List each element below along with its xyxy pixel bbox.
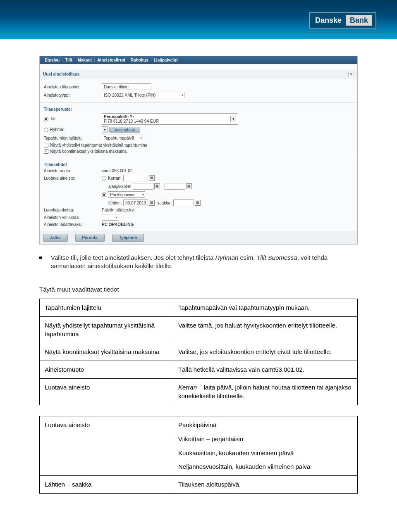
value-muoto: camt.053.001.02 <box>102 169 133 173</box>
table-row: AineistomuotoTällä hetkellä valittavissa… <box>40 361 358 378</box>
logo-bank: Bank <box>346 15 372 26</box>
button-tyhjenna[interactable]: Tyhjennä <box>112 234 144 242</box>
calendar-icon[interactable]: ▦ <box>195 200 201 206</box>
table-row: Näytä koontimaksut yksittäisinä maksuina… <box>40 343 358 361</box>
value-ladattavaksi: PC OPKOBLING <box>102 222 134 227</box>
radio-ryhma[interactable] <box>44 128 48 132</box>
menu-item[interactable]: Rahoitus <box>128 58 151 62</box>
input-lahtien[interactable]: 03.07.2013 <box>123 200 148 206</box>
button-peruuta[interactable]: Peruuta <box>75 234 105 242</box>
label-tilausehdot: Tilausehdot <box>44 162 353 167</box>
menu-item[interactable]: Etusivu <box>42 58 62 62</box>
cell-right: Tapahtumapäivän vai tapahtumatyypin muka… <box>173 299 357 316</box>
label-ladattavaksi: Aineisto ladattavaksi: <box>44 222 102 227</box>
checkbox-koontimaksut[interactable] <box>44 149 48 154</box>
select-pankkipaivina[interactable]: Pankkipäivinä <box>108 191 145 198</box>
input-ajanjakso-to[interactable] <box>165 183 185 190</box>
requirements-table-2: Luotava aineisto Pankkipäivinä Viikoitta… <box>39 416 358 494</box>
radio-kerran[interactable] <box>102 176 106 180</box>
cell-left: Näytä koontimaksut yksittäisinä maksuina <box>40 343 173 361</box>
tili-val-line2: FI78 8110 2710 1440 94 EUR <box>104 119 159 124</box>
button-uusi-ryhma[interactable]: Uusi ryhmä <box>109 127 140 133</box>
section-title: Täytä muut vaadittavat tiedot <box>39 285 358 294</box>
label-lahtien: lähtien: <box>108 201 122 205</box>
calendar-icon[interactable]: ▦ <box>154 183 160 189</box>
calendar-icon[interactable]: ▦ <box>186 183 192 189</box>
cell-left: Aineistomuoto <box>40 361 173 378</box>
table-row: Näytä yhdistellyt tapahtumat yksittäisin… <box>40 316 358 343</box>
label-luotava: Luotava aineisto: <box>44 176 102 180</box>
button-jatka[interactable]: Jatka <box>43 234 68 242</box>
label-tilausperuste: Tilausperuste: <box>44 107 353 112</box>
legacy-form-screenshot: Etusivu Tilit Maksut Aineistosiirrot Rah… <box>39 56 358 245</box>
section-title: Uusi aineistotilaus <box>43 72 79 77</box>
dash: - <box>162 184 163 189</box>
input-tilausnimi[interactable]: Danske tiliote <box>102 83 151 90</box>
menu-item[interactable]: Aineistosiirrot <box>95 58 128 62</box>
table-row: Tapahtumien lajitteluTapahtumapäivän vai… <box>40 299 358 316</box>
label-tili: Tili: <box>50 116 56 121</box>
cell-right: Tällä hetkellä valittavissa vain camt53.… <box>173 361 357 378</box>
menu-item[interactable]: Maksut <box>75 58 95 62</box>
select-tyyppi[interactable]: ISO 20022 XML Tiliote (FIN) <box>102 92 184 98</box>
input-ajanjakso-from[interactable] <box>133 183 153 190</box>
select-voi-luoda[interactable] <box>102 214 118 221</box>
logo: Danske Bank <box>309 12 376 28</box>
dropdown-ryhma[interactable]: ▾ <box>102 126 108 133</box>
label-tyyppi: Aineistotyyppi: <box>44 93 102 97</box>
section-header: Uusi aineistotilaus ? <box>40 70 357 79</box>
table-row: Luotava aineisto Kerran – laita päivä, j… <box>40 378 358 405</box>
cell-right: Pankkipäivinä Viikoittain – perjantaisin… <box>173 416 357 476</box>
label-chk2: Näytä koontimaksut yksittäisinä maksuina… <box>50 149 128 154</box>
cell-left: Lähtien – saakka <box>40 476 173 494</box>
cell-left: Näytä yhdistellyt tapahtumat yksittäisin… <box>40 316 173 343</box>
legacy-menubar: Etusivu Tilit Maksut Aineistosiirrot Rah… <box>40 56 357 64</box>
cell-right: Valitse tämä, jos haluat hyvityskoontien… <box>173 316 357 343</box>
radio-pankkipaivina[interactable] <box>102 192 106 197</box>
select-tili[interactable]: Peruspaketti Yr FI78 8110 2710 1440 94 E… <box>102 113 238 125</box>
calendar-icon[interactable]: ▦ <box>149 175 155 181</box>
label-luontiajankohta: Luontiajankohta: <box>44 208 102 212</box>
table-row: Lähtien – saakka Tilauksen aloituspäivä. <box>40 476 358 494</box>
cell-right: Kerran – laita päivä, jolloin haluat nou… <box>173 378 357 405</box>
label-ajanjaksolle: ajanjaksolle: <box>108 184 131 189</box>
label-muoto: Aineistomuoto: <box>44 169 102 173</box>
cell-left: Luotava aineisto <box>40 416 173 476</box>
dropdown-icon: ▾ <box>230 116 236 122</box>
input-kerran-date[interactable] <box>123 175 148 181</box>
bullet-item: Valitse tili, jolle teet aineistotilauks… <box>39 254 358 271</box>
label-chk1: Näytä yhdistellyt tapahtumat yksittäisin… <box>50 143 147 147</box>
table-row: Luotava aineisto Pankkipäivinä Viikoitta… <box>40 416 358 476</box>
bullet-dot <box>39 256 42 259</box>
label-voi-luoda: Aineiston voi luoda: <box>44 215 102 220</box>
cell-left: Tapahtumien lajittelu <box>40 299 173 316</box>
help-icon[interactable]: ? <box>348 72 354 77</box>
menu-item[interactable]: Lisäpalvelut <box>151 58 180 62</box>
tili-val-line1: Peruspaketti Yr <box>104 114 159 119</box>
cell-right: Tilauksen aloituspäivä. <box>173 476 357 494</box>
brand-banner: Danske Bank <box>0 0 397 39</box>
logo-danske: Danske <box>313 15 343 26</box>
label-lajittelu: Tapahtumien lajittelu: <box>44 136 102 140</box>
label-saakka: saakka: <box>157 201 171 205</box>
label-kerran: Kerran: <box>108 176 122 180</box>
radio-tili[interactable] <box>44 117 48 121</box>
label-ryhma: Ryhmä: <box>50 127 64 132</box>
label-tilausnimi: Aineiston tilausnimi: <box>44 85 102 89</box>
cell-right: Valitse, jos veloituskoontien erittelyt … <box>173 343 357 361</box>
value-luontiajankohta: Päivän päätteeksi <box>102 208 134 212</box>
checkbox-yhdistellyt[interactable] <box>44 143 48 147</box>
cell-left: Luotava aineisto <box>40 378 173 405</box>
calendar-icon[interactable]: ▦ <box>149 200 155 206</box>
menu-item[interactable]: Tilit <box>62 58 75 62</box>
select-lajittelu[interactable]: Tapahtumapäivä <box>102 135 143 141</box>
input-saakka[interactable] <box>173 200 194 206</box>
bullet-text: Valitse tili, jolle teet aineistotilauks… <box>51 254 358 271</box>
requirements-table: Tapahtumien lajitteluTapahtumapäivän vai… <box>39 299 358 405</box>
